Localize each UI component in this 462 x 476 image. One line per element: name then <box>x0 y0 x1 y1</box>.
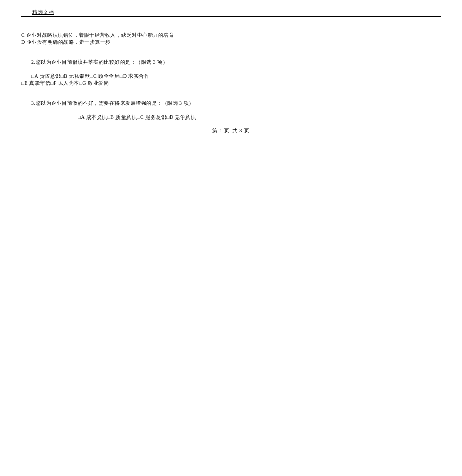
question-3-options-line1: □A 成本义识□B 质量意识□C 服务意识□D 竞争意识 <box>21 114 441 121</box>
option-d-text: D 企业没有明确的战略，走一步算一步 <box>21 39 441 46</box>
spacer <box>21 107 441 114</box>
question-2-options-line2: □E 真挚守信□F 以人为本□G 敬业爱岗 <box>21 80 441 87</box>
question-2-options-line1: □A 责随意识□B 无私奉献□C 顾全全局□D 求实合作 <box>21 73 441 80</box>
option-c-text: C 企业对战略认识错位，着眼于经营收入，缺乏对中心能力的培育 <box>21 32 441 39</box>
spacer <box>21 46 441 59</box>
spacer <box>21 66 441 73</box>
header-title: 精选文档 <box>32 9 54 15</box>
question-3-text: 3.您以为企业目前做的不好，需要在将来发展增强的是：（限选 3 项） <box>21 100 441 107</box>
page-container: 精选文档 C 企业对战略认识错位，着眼于经营收入，缺乏对中心能力的培育 D 企业… <box>0 9 462 134</box>
question-2-text: 2.您以为企业目前倡议并落实的比较好的是：（限选 3 项） <box>21 59 441 66</box>
spacer <box>21 87 441 100</box>
footer-page-info: 第 1 页 共 8 页 <box>21 127 441 134</box>
content-section: C 企业对战略认识错位，着眼于经营收入，缺乏对中心能力的培育 D 企业没有明确的… <box>21 32 441 121</box>
header-section: 精选文档 <box>21 9 441 17</box>
